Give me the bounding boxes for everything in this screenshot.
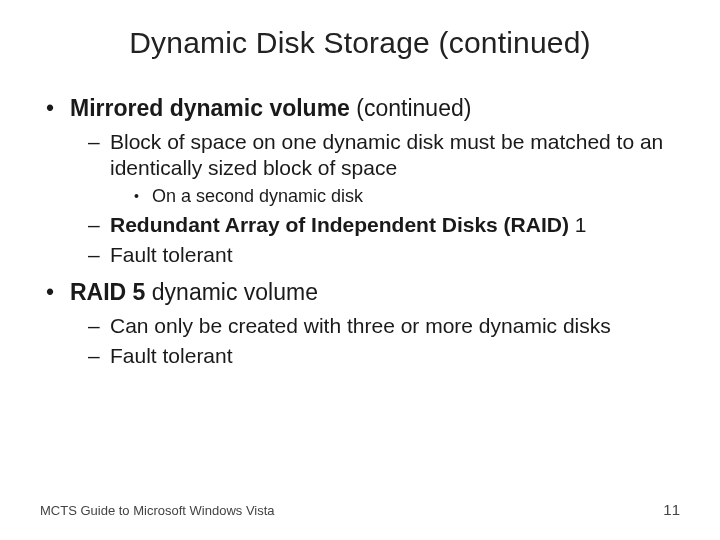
page-number: 11 bbox=[663, 501, 680, 518]
bullet-raid5-rest: dynamic volume bbox=[145, 279, 318, 305]
bullet-mirrored-rest: (continued) bbox=[350, 95, 471, 121]
sub-raid1: Redundant Array of Independent Disks (RA… bbox=[88, 212, 680, 238]
subsub-second-disk: On a second dynamic disk bbox=[134, 185, 680, 208]
sub-three-disks-text: Can only be created with three or more d… bbox=[110, 314, 611, 337]
footer: MCTS Guide to Microsoft Windows Vista 11 bbox=[40, 501, 680, 518]
sub-fault-tolerant-1: Fault tolerant bbox=[88, 242, 680, 268]
sub-fault-tolerant-2-text: Fault tolerant bbox=[110, 344, 233, 367]
bullet-mirrored: Mirrored dynamic volume (continued) Bloc… bbox=[46, 94, 680, 268]
bullet-raid5: RAID 5 dynamic volume Can only be create… bbox=[46, 278, 680, 369]
sub-raid1-rest: 1 bbox=[569, 213, 587, 236]
sub-fault-tolerant-1-text: Fault tolerant bbox=[110, 243, 233, 266]
sublist-raid5: Can only be created with three or more d… bbox=[70, 313, 680, 370]
slide: Dynamic Disk Storage (continued) Mirrore… bbox=[0, 0, 720, 540]
sub-fault-tolerant-2: Fault tolerant bbox=[88, 343, 680, 369]
bullet-mirrored-bold: Mirrored dynamic volume bbox=[70, 95, 350, 121]
footer-text: MCTS Guide to Microsoft Windows Vista bbox=[40, 503, 275, 518]
bullet-list: Mirrored dynamic volume (continued) Bloc… bbox=[40, 94, 680, 370]
subsub-second-disk-text: On a second dynamic disk bbox=[152, 186, 363, 206]
sublist-mirrored: Block of space on one dynamic disk must … bbox=[70, 129, 680, 269]
sub-block-space: Block of space on one dynamic disk must … bbox=[88, 129, 680, 208]
sub-three-disks: Can only be created with three or more d… bbox=[88, 313, 680, 339]
sub-raid1-bold: Redundant Array of Independent Disks (RA… bbox=[110, 213, 569, 236]
sub-block-space-text: Block of space on one dynamic disk must … bbox=[110, 130, 663, 179]
bullet-raid5-bold: RAID 5 bbox=[70, 279, 145, 305]
slide-title: Dynamic Disk Storage (continued) bbox=[40, 26, 680, 60]
subsub-list: On a second dynamic disk bbox=[110, 185, 680, 208]
